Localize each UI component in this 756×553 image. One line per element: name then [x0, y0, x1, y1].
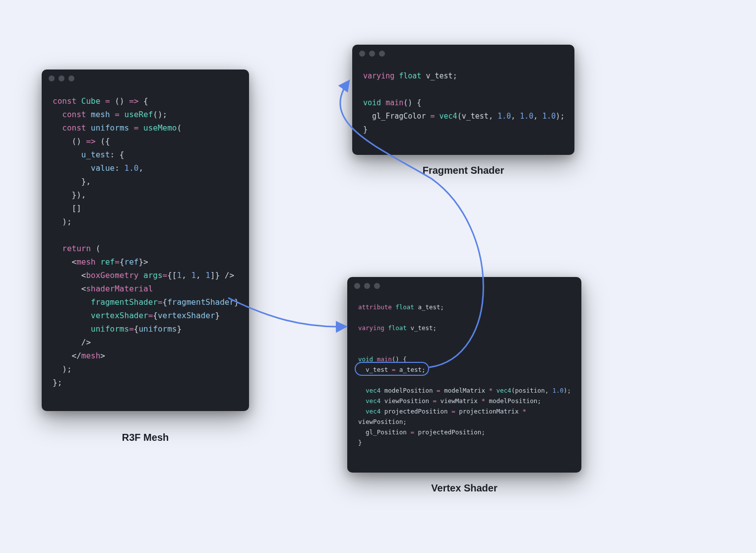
- traffic-dot-icon: [374, 283, 380, 289]
- fragment-label: Fragment Shader: [352, 165, 574, 176]
- fragment-code-body: varying float v_test; void main() { gl_F…: [352, 63, 574, 147]
- traffic-dot-icon: [379, 51, 385, 57]
- traffic-dot-icon: [369, 51, 375, 57]
- traffic-dot-icon: [364, 283, 370, 289]
- traffic-dot-icon: [68, 75, 74, 81]
- r3f-label: R3F Mesh: [42, 432, 249, 443]
- traffic-dot-icon: [49, 75, 55, 81]
- traffic-dot-icon: [359, 51, 365, 57]
- r3f-code-body: const Cube = () => { const mesh = useRef…: [42, 87, 249, 400]
- fragment-code-window: varying float v_test; void main() { gl_F…: [352, 45, 574, 155]
- r3f-code-window: const Cube = () => { const mesh = useRef…: [42, 69, 249, 411]
- window-titlebar: [42, 69, 249, 87]
- traffic-dot-icon: [59, 75, 64, 81]
- window-titlebar: [347, 277, 581, 295]
- vertex-label: Vertex Shader: [347, 483, 581, 494]
- window-titlebar: [352, 45, 574, 63]
- traffic-dot-icon: [354, 283, 360, 289]
- vertex-code-body: attribute float a_test; varying float v_…: [347, 295, 581, 459]
- vertex-code-window: attribute float a_test; varying float v_…: [347, 277, 581, 473]
